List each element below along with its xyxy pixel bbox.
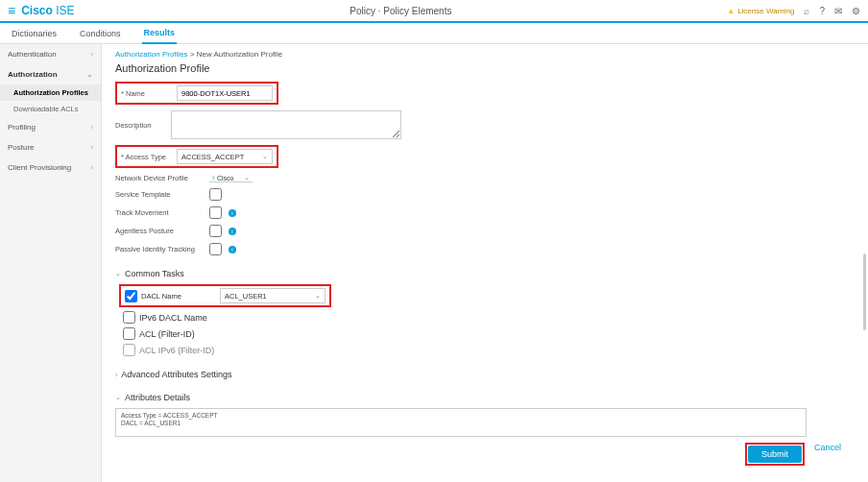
help-icon[interactable]: ? [819, 6, 825, 16]
chevron-down-icon: ⌄ [115, 394, 121, 401]
sidebar-item-authentication[interactable]: Authentication› [0, 44, 101, 64]
sidebar-item-profiling[interactable]: Profiling› [0, 117, 101, 137]
chevron-down-icon: ⌄ [244, 174, 250, 181]
attributes-details-section-toggle[interactable]: ⌄ Attributes Details [115, 393, 855, 402]
info-icon[interactable]: i [229, 209, 236, 217]
sidebar-item-authz-profiles[interactable]: Authorization Profiles [0, 84, 101, 101]
attributes-details-box: Access Type = ACCESS_ACCEPT DACL = ACL_U… [115, 408, 807, 437]
notifications-icon[interactable]: ✉ [834, 6, 842, 16]
acl-filter-checkbox[interactable] [123, 327, 135, 340]
submit-button[interactable]: Submit [748, 446, 802, 463]
name-label: * Name [121, 89, 177, 98]
acl-filter-label: ACL (Filter-ID) [139, 329, 195, 339]
tab-bar: Dictionaries Conditions Results [0, 23, 868, 44]
sidebar-item-downloadable-acls[interactable]: Downloadable ACLs [0, 101, 101, 117]
settings-icon[interactable]: ⚙ [852, 6, 860, 16]
dacl-name-select[interactable]: ACL_USER1 ⌄ [220, 288, 326, 303]
chevron-right-icon: › [90, 123, 93, 132]
chevron-right-icon: › [90, 163, 93, 172]
description-label: Description [115, 121, 171, 130]
search-icon[interactable]: ⌕ [804, 6, 809, 16]
info-icon[interactable]: i [229, 246, 236, 253]
name-input[interactable] [181, 89, 268, 98]
cancel-button[interactable]: Cancel [814, 443, 841, 466]
license-warning[interactable]: ▲ License Warning [727, 7, 794, 15]
advanced-attributes-section-toggle[interactable]: › Advanced Attributes Settings [115, 370, 855, 379]
service-template-checkbox[interactable] [209, 188, 222, 201]
scrollbar[interactable] [863, 253, 866, 330]
dacl-name-label: DACL Name [141, 292, 220, 301]
track-movement-label: Track Movement [115, 208, 204, 217]
sidebar-item-client-provisioning[interactable]: Client Provisioning› [0, 157, 101, 178]
chevron-down-icon: ⌄ [115, 270, 121, 277]
tab-conditions[interactable]: Conditions [78, 24, 123, 43]
brand: Cisco ISE [21, 4, 74, 17]
sidebar-item-posture[interactable]: Posture› [0, 137, 101, 157]
acl-ipv6-label: ACL IPv6 (Filter-ID) [139, 346, 214, 355]
form-title: Authorization Profile [115, 62, 855, 74]
cisco-logo-icon: ⫴ [212, 175, 215, 181]
menu-icon[interactable]: ≡ [8, 3, 15, 18]
chevron-down-icon: ⌄ [86, 70, 93, 79]
breadcrumb-current: New Authorization Profile [197, 50, 282, 59]
tab-results[interactable]: Results [142, 23, 178, 44]
ipv6-dacl-checkbox[interactable] [123, 311, 135, 324]
form-footer: Submit Cancel [115, 437, 855, 471]
chevron-right-icon: › [90, 50, 93, 59]
chevron-right-icon: › [90, 143, 93, 152]
tab-dictionaries[interactable]: Dictionaries [10, 24, 59, 43]
page-title: Policy · Policy Elements [75, 6, 728, 16]
chevron-down-icon: ⌄ [262, 153, 268, 160]
passive-identity-checkbox[interactable] [209, 243, 222, 255]
common-tasks-section-toggle[interactable]: ⌄ Common Tasks [115, 269, 855, 278]
info-icon[interactable]: i [229, 228, 236, 235]
chevron-down-icon: ⌄ [315, 292, 321, 300]
sidebar: Authentication› Authorization⌄ Authoriza… [0, 44, 102, 482]
warning-icon: ▲ [727, 7, 735, 15]
access-type-select[interactable]: ACCESS_ACCEPT ⌄ [177, 149, 273, 164]
access-type-label: * Access Type [121, 153, 177, 161]
chevron-right-icon: › [115, 372, 117, 378]
ipv6-dacl-label: IPv6 DACL Name [139, 313, 207, 323]
dacl-name-checkbox[interactable] [125, 290, 137, 302]
service-template-label: Service Template [115, 190, 204, 199]
acl-ipv6-checkbox[interactable] [123, 344, 135, 356]
breadcrumb-parent[interactable]: Authorization Profiles [115, 50, 188, 59]
breadcrumb: Authorization Profiles > New Authorizati… [115, 50, 855, 59]
ndp-label: Network Device Profile [115, 174, 204, 182]
passive-identity-label: Passive Identity Tracking [115, 245, 204, 253]
description-textarea[interactable] [171, 110, 401, 139]
track-movement-checkbox[interactable] [209, 206, 222, 219]
agentless-posture-checkbox[interactable] [209, 225, 222, 237]
top-bar: ≡ Cisco ISE Policy · Policy Elements ▲ L… [0, 0, 868, 23]
ndp-select[interactable]: ⫴ Cisco ⌄ [209, 174, 253, 182]
sidebar-item-authorization[interactable]: Authorization⌄ [0, 64, 101, 84]
main-content: Authorization Profiles > New Authorizati… [102, 44, 868, 482]
agentless-posture-label: Agentless Posture [115, 227, 204, 235]
